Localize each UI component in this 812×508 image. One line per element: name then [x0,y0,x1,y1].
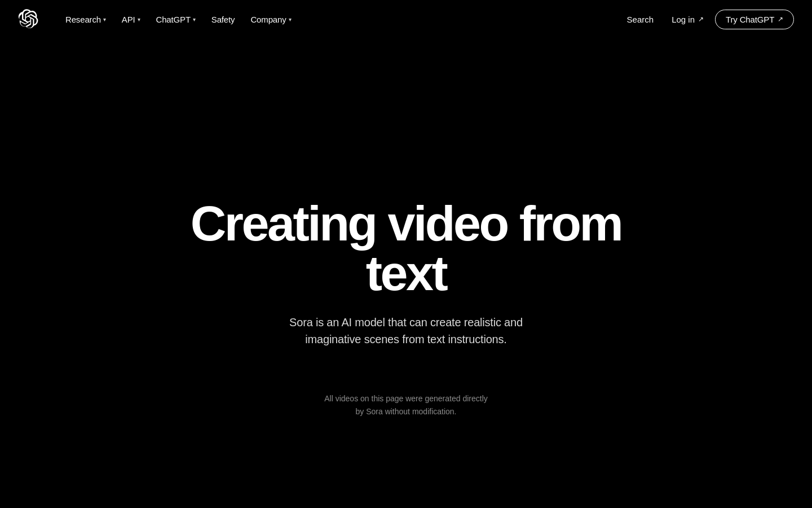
hero-subtitle: Sora is an AI model that can create real… [289,314,523,348]
nav-api[interactable]: API ▾ [115,10,147,29]
nav-right: Search Log in ↗ Try ChatGPT ↗ [620,10,794,29]
nav-research[interactable]: Research ▾ [59,10,113,29]
chevron-down-icon: ▾ [103,16,106,23]
hero-title: Creating video from text [152,199,660,298]
chevron-down-icon: ▾ [289,16,292,23]
try-chatgpt-button[interactable]: Try ChatGPT ↗ [715,10,794,29]
nav-left: Research ▾ API ▾ ChatGPT ▾ Safety Compan… [18,9,298,29]
nav-links: Research ▾ API ▾ ChatGPT ▾ Safety Compan… [59,10,298,29]
logo[interactable] [18,9,38,29]
chevron-down-icon: ▾ [138,16,140,23]
nav-chatgpt[interactable]: ChatGPT ▾ [149,10,202,29]
hero-note: All videos on this page were generated d… [324,392,488,418]
external-link-icon: ↗ [778,15,783,23]
navbar: Research ▾ API ▾ ChatGPT ▾ Safety Compan… [0,0,812,38]
nav-safety[interactable]: Safety [205,10,242,29]
openai-logo-icon [18,9,38,29]
chevron-down-icon: ▾ [193,16,196,23]
external-link-icon: ↗ [698,15,704,23]
nav-company[interactable]: Company ▾ [244,10,298,29]
search-button[interactable]: Search [620,10,661,29]
login-button[interactable]: Log in ↗ [665,10,710,29]
hero-section: Creating video from text Sora is an AI m… [0,0,812,508]
